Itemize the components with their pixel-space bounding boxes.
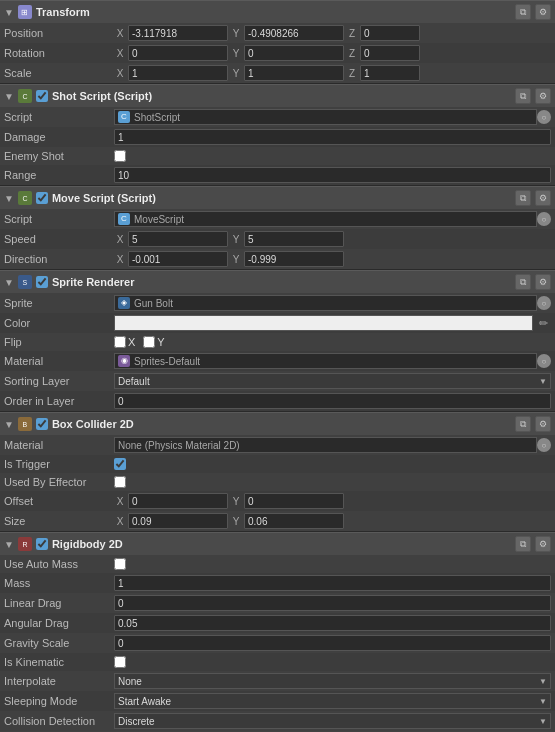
sprite-circle-btn[interactable]: ○ <box>537 296 551 310</box>
use-auto-mass-row: Use Auto Mass <box>0 555 555 573</box>
rigidbody-header-icons: ⧉ ⚙ <box>515 536 551 552</box>
size-y-input[interactable] <box>244 513 344 529</box>
material-icon: ◉ <box>118 355 130 367</box>
scale-z-input[interactable] <box>360 65 420 81</box>
transform-collapse-arrow[interactable]: ▼ <box>4 7 14 18</box>
move-script-label: Script <box>4 213 114 225</box>
sprite-renderer-copy-btn[interactable]: ⧉ <box>515 274 531 290</box>
move-script-copy-btn[interactable]: ⧉ <box>515 190 531 206</box>
mass-label: Mass <box>4 577 114 589</box>
flip-y-checkbox[interactable] <box>143 336 155 348</box>
scale-x-input[interactable] <box>128 65 228 81</box>
shot-script-circle-btn[interactable]: ○ <box>537 110 551 124</box>
rigidbody-copy-btn[interactable]: ⧉ <box>515 536 531 552</box>
enemy-shot-label: Enemy Shot <box>4 150 114 162</box>
copy-icon: ⧉ <box>520 539 526 550</box>
shot-script-collapse-arrow[interactable]: ▼ <box>4 91 14 102</box>
used-by-effector-value <box>114 476 551 488</box>
size-x-input[interactable] <box>128 513 228 529</box>
sprite-renderer-collapse-arrow[interactable]: ▼ <box>4 277 14 288</box>
color-value: ✏ <box>114 315 551 331</box>
speed-x-input[interactable] <box>128 231 228 247</box>
position-z-input[interactable] <box>360 25 420 41</box>
rotation-z-input[interactable] <box>360 45 420 61</box>
direction-row: Direction X Y <box>0 249 555 269</box>
rigidbody-gear-btn[interactable]: ⚙ <box>535 536 551 552</box>
position-x-input[interactable] <box>128 25 228 41</box>
range-input[interactable] <box>114 167 551 183</box>
rigidbody-icon: R <box>18 537 32 551</box>
offset-x-label: X <box>114 496 126 507</box>
color-picker-btn[interactable]: ✏ <box>535 315 551 331</box>
shot-script-header-icons: ⧉ ⚙ <box>515 88 551 104</box>
move-script-ref[interactable]: C MoveScript <box>114 211 537 227</box>
position-y-input[interactable] <box>244 25 344 41</box>
rigidbody-enabled-checkbox[interactable] <box>36 538 48 550</box>
position-xyz: X Y Z <box>114 25 551 41</box>
rotation-x-input[interactable] <box>128 45 228 61</box>
move-script-collapse-arrow[interactable]: ▼ <box>4 193 14 204</box>
speed-xy: X Y <box>114 231 551 247</box>
is-trigger-checkbox[interactable] <box>114 458 126 470</box>
shot-script-ref[interactable]: C ShotScript <box>114 109 537 125</box>
speed-y-input[interactable] <box>244 231 344 247</box>
offset-x-input[interactable] <box>128 493 228 509</box>
interpolate-select[interactable]: None Interpolate Extrapolate <box>114 673 551 689</box>
shot-script-copy-btn[interactable]: ⧉ <box>515 88 531 104</box>
offset-y-label: Y <box>230 496 242 507</box>
order-in-layer-input[interactable] <box>114 393 551 409</box>
order-in-layer-label: Order in Layer <box>4 395 114 407</box>
collision-detection-select[interactable]: Discrete Continuous <box>114 713 551 729</box>
copy-icon: ⧉ <box>520 91 526 102</box>
rotation-y-input[interactable] <box>244 45 344 61</box>
angular-drag-row: Angular Drag <box>0 613 555 633</box>
color-swatch[interactable] <box>114 315 533 331</box>
shot-script-enabled-checkbox[interactable] <box>36 90 48 102</box>
flip-row: Flip X Y <box>0 333 555 351</box>
box-collider-gear-btn[interactable]: ⚙ <box>535 416 551 432</box>
sprite-ref[interactable]: ◈ Gun Bolt <box>114 295 537 311</box>
used-by-effector-checkbox[interactable] <box>114 476 126 488</box>
gravity-scale-input[interactable] <box>114 635 551 651</box>
scale-y-input[interactable] <box>244 65 344 81</box>
use-auto-mass-checkbox[interactable] <box>114 558 126 570</box>
interpolate-label: Interpolate <box>4 675 114 687</box>
collider-material-circle-btn[interactable]: ○ <box>537 438 551 452</box>
box-collider-collapse-arrow[interactable]: ▼ <box>4 419 14 430</box>
material-ref[interactable]: ◉ Sprites-Default <box>114 353 537 369</box>
sprite-renderer-gear-btn[interactable]: ⚙ <box>535 274 551 290</box>
direction-x-input[interactable] <box>128 251 228 267</box>
rigidbody-collapse-arrow[interactable]: ▼ <box>4 539 14 550</box>
collider-material-row: Material None (Physics Material 2D) ○ <box>0 435 555 455</box>
damage-input[interactable] <box>114 129 551 145</box>
mass-input[interactable] <box>114 575 551 591</box>
box-collider-copy-btn[interactable]: ⧉ <box>515 416 531 432</box>
flip-x-checkbox[interactable] <box>114 336 126 348</box>
is-kinematic-checkbox[interactable] <box>114 656 126 668</box>
rigidbody-section: ▼ R Rigidbody 2D ⧉ ⚙ Use Auto Mass Mass … <box>0 532 555 732</box>
transform-copy-btn[interactable]: ⧉ <box>515 4 531 20</box>
sprite-renderer-enabled-checkbox[interactable] <box>36 276 48 288</box>
enemy-shot-checkbox[interactable] <box>114 150 126 162</box>
size-y-label: Y <box>230 516 242 527</box>
material-circle-btn[interactable]: ○ <box>537 354 551 368</box>
move-script-gear-btn[interactable]: ⚙ <box>535 190 551 206</box>
linear-drag-input[interactable] <box>114 595 551 611</box>
sorting-layer-row: Sorting Layer Default <box>0 371 555 391</box>
gravity-scale-value <box>114 635 551 651</box>
angular-drag-input[interactable] <box>114 615 551 631</box>
move-script-circle-btn[interactable]: ○ <box>537 212 551 226</box>
script-icon: C <box>118 111 130 123</box>
direction-y-input[interactable] <box>244 251 344 267</box>
sorting-layer-select[interactable]: Default <box>114 373 551 389</box>
flip-y-label: Y <box>157 336 164 348</box>
box-collider-icon: B <box>18 417 32 431</box>
offset-y-input[interactable] <box>244 493 344 509</box>
shot-script-gear-btn[interactable]: ⚙ <box>535 88 551 104</box>
sleeping-mode-label: Sleeping Mode <box>4 695 114 707</box>
sleeping-mode-select[interactable]: Never Sleep Start Awake Start Asleep <box>114 693 551 709</box>
transform-gear-btn[interactable]: ⚙ <box>535 4 551 20</box>
move-script-enabled-checkbox[interactable] <box>36 192 48 204</box>
collider-material-ref[interactable]: None (Physics Material 2D) <box>114 437 537 453</box>
box-collider-enabled-checkbox[interactable] <box>36 418 48 430</box>
